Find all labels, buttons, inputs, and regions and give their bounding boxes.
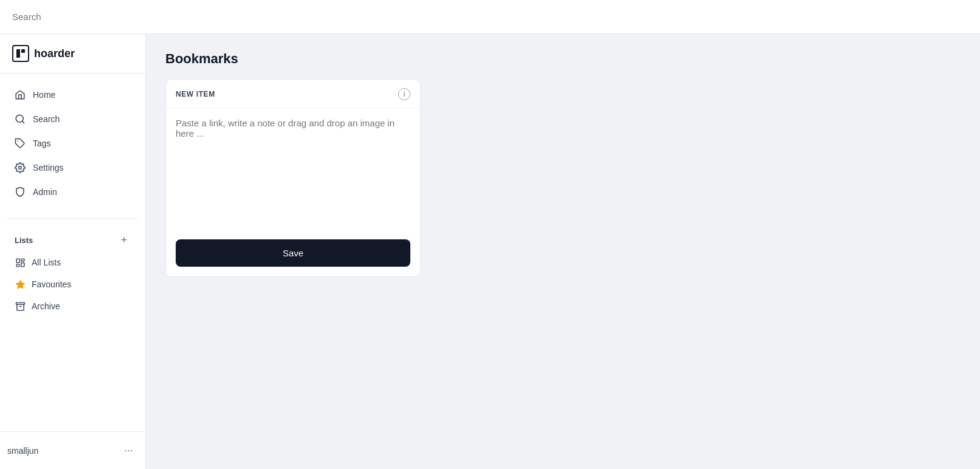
footer-menu-button[interactable]: ··· [119, 442, 138, 459]
new-item-card: NEW ITEM i Save [165, 79, 421, 277]
sidebar-item-tags[interactable]: Tags [7, 132, 138, 155]
lists-title: Lists [15, 236, 33, 245]
archive-label: Archive [32, 301, 60, 311]
main-content: Bookmarks NEW ITEM i Save [146, 34, 980, 469]
archive-icon [15, 301, 26, 312]
list-item-all-lists[interactable]: All Lists [7, 252, 138, 273]
new-item-textarea[interactable] [166, 108, 420, 230]
sidebar-item-home[interactable]: Home [7, 83, 138, 106]
search-icon [15, 114, 26, 125]
card-label: NEW ITEM [176, 90, 215, 98]
main-layout: hoarder Home [0, 34, 980, 469]
sidebar-item-settings-label: Settings [33, 163, 64, 173]
search-input[interactable] [12, 12, 968, 22]
lists-header: Lists + [7, 231, 138, 252]
svg-rect-0 [16, 49, 20, 58]
all-lists-label: All Lists [32, 258, 61, 267]
card-header: NEW ITEM i [166, 80, 420, 108]
top-bar [0, 0, 980, 34]
username-label: smalljun [7, 446, 38, 456]
svg-point-5 [19, 166, 22, 169]
svg-rect-8 [21, 262, 24, 266]
svg-line-3 [22, 121, 24, 123]
svg-rect-1 [21, 49, 25, 53]
svg-rect-6 [16, 259, 19, 262]
sidebar-item-search-label: Search [33, 114, 60, 124]
list-item-favourites[interactable]: Favourites [7, 273, 138, 295]
list-item-archive[interactable]: Archive [7, 295, 138, 317]
logo-icon [16, 49, 26, 58]
svg-marker-10 [16, 280, 24, 288]
sidebar-nav: Home Search Tags [0, 74, 145, 213]
sidebar-item-home-label: Home [33, 90, 55, 100]
star-icon [15, 279, 26, 290]
favourites-label: Favourites [32, 279, 71, 289]
sidebar-logo: hoarder [0, 34, 145, 74]
settings-icon [15, 162, 26, 173]
lists-section: Lists + All Lists [0, 224, 145, 317]
all-lists-icon [15, 257, 26, 268]
sidebar-item-tags-label: Tags [33, 139, 51, 148]
sidebar: hoarder Home [0, 34, 146, 469]
card-footer: Save [166, 232, 420, 276]
sidebar-item-search[interactable]: Search [7, 108, 138, 131]
app-name: hoarder [34, 47, 75, 60]
sidebar-item-settings[interactable]: Settings [7, 156, 138, 179]
add-list-button[interactable]: + [117, 233, 131, 247]
sidebar-item-admin-label: Admin [33, 187, 57, 197]
home-icon [15, 89, 26, 100]
logo-box [12, 45, 29, 62]
sidebar-footer: smalljun ··· [0, 431, 145, 469]
page-title: Bookmarks [165, 51, 961, 67]
svg-rect-9 [16, 264, 19, 267]
sidebar-item-admin[interactable]: Admin [7, 180, 138, 204]
svg-rect-11 [16, 303, 24, 304]
save-button[interactable]: Save [176, 239, 410, 267]
sidebar-divider [7, 218, 138, 219]
admin-icon [15, 187, 26, 197]
tag-icon [15, 138, 26, 149]
info-icon[interactable]: i [398, 88, 410, 100]
svg-rect-7 [21, 259, 24, 261]
